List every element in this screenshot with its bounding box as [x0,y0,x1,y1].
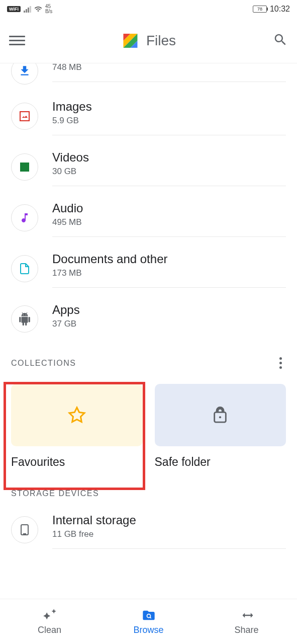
nav-label: Browse [133,625,163,635]
storage-internal[interactable]: Internal storage 11 GB free [0,503,297,556]
category-size: 37 GB [52,319,286,329]
storage-header: STORAGE DEVICES [0,484,297,503]
nav-label: Share [235,625,261,635]
collection-label: Favourites [11,455,143,469]
collections-grid: Favourites Safe folder [0,378,297,484]
app-name: Files [146,33,176,49]
category-size: 30 GB [52,167,286,177]
apps-icon [11,305,38,333]
status-time: 10:32 [270,5,290,14]
battery-icon: 78 [253,6,267,13]
category-apps[interactable]: Apps 37 GB [0,294,297,344]
search-icon [273,32,288,47]
wifi-badge: WiFi [7,6,21,12]
app-title: Files [121,32,176,50]
collection-label: Safe folder [155,455,286,469]
nav-browse[interactable]: Browse [99,599,198,644]
category-videos[interactable]: Videos 30 GB [0,141,297,192]
wifi-icon [34,5,42,13]
phone-icon [11,516,38,543]
nav-share[interactable]: Share [198,599,297,644]
content-scroll[interactable]: 748 MB Images 5.9 GB Videos 30 GB Audio … [0,63,297,599]
category-title: Images [52,100,286,114]
category-title: Apps [52,303,286,317]
folder-search-icon [142,608,156,623]
video-icon [11,153,38,181]
bottom-nav: Clean Browse Share [0,599,297,644]
search-button[interactable] [273,32,288,49]
category-documents[interactable]: Documents and other 173 MB [0,243,297,294]
lock-icon [212,407,229,424]
download-icon [11,63,38,85]
image-icon [11,103,38,130]
status-bar: WiFi 45 B/s 78 10:32 [0,0,297,18]
sparkle-icon [43,608,57,623]
safe-folder-card [155,384,286,446]
storage-title: Internal storage [52,513,286,527]
audio-icon [11,204,38,231]
collections-header: COLLECTIONS [0,344,297,378]
app-bar: Files [0,18,297,63]
collection-favourites[interactable]: Favourites [11,384,143,469]
category-size: 173 MB [52,268,286,278]
category-audio[interactable]: Audio 495 MB [0,192,297,243]
data-rate: 45 B/s [45,4,52,14]
section-title: COLLECTIONS [11,359,76,368]
category-title: Audio [52,201,286,215]
more-button[interactable] [275,353,286,373]
menu-icon[interactable] [9,33,25,49]
category-size: 495 MB [52,217,286,227]
collection-safe-folder[interactable]: Safe folder [155,384,286,469]
svg-point-5 [219,416,221,418]
nav-clean[interactable]: Clean [0,599,99,644]
share-icon [241,608,255,623]
signal-icon [24,6,31,13]
document-icon [11,255,38,282]
category-title: Documents and other [52,252,286,266]
section-title: STORAGE DEVICES [11,489,99,498]
storage-sub: 11 GB free [52,529,286,539]
star-icon [68,406,86,424]
category-size: 5.9 GB [52,116,286,126]
favourites-card [11,384,143,446]
category-images[interactable]: Images 5.9 GB [0,91,297,141]
nav-label: Clean [38,625,61,635]
category-downloads[interactable]: 748 MB [0,63,297,91]
app-logo-icon [121,32,139,50]
category-size: 748 MB [52,63,286,72]
category-title: Videos [52,150,286,165]
